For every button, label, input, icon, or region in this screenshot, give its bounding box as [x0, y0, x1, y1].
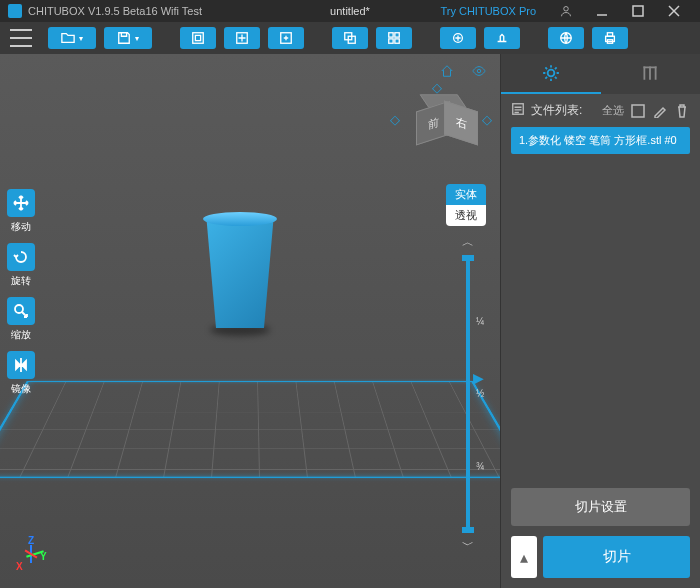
- move-tool[interactable]: 移动: [0, 184, 42, 238]
- viewport-3d[interactable]: 移动 旋转 缩放 镜像 前 右 ◇ ◇ ◇ 实体 透视 ︿: [0, 54, 500, 588]
- slider-up-icon[interactable]: ︿: [462, 234, 474, 251]
- menu-button[interactable]: [10, 29, 32, 47]
- svg-point-20: [15, 305, 23, 313]
- file-list-label: 文件列表:: [531, 102, 582, 119]
- slider-bottom-thumb[interactable]: [462, 527, 474, 533]
- svg-rect-11: [389, 33, 393, 37]
- visibility-icon[interactable]: [472, 64, 486, 82]
- svg-point-21: [477, 69, 481, 73]
- select-all-checkbox[interactable]: [630, 103, 646, 119]
- move-label: 移动: [11, 220, 31, 234]
- maximize-button[interactable]: [620, 0, 656, 22]
- model-object[interactable]: [200, 218, 280, 328]
- svg-rect-14: [395, 39, 399, 43]
- perspective-mode[interactable]: 透视: [446, 205, 486, 226]
- svg-point-22: [547, 70, 554, 77]
- island-detect-button[interactable]: [484, 27, 520, 49]
- repair-button[interactable]: [440, 27, 476, 49]
- rotate-tool[interactable]: 旋转: [0, 238, 42, 292]
- save-file-button[interactable]: [104, 27, 152, 49]
- svg-point-0: [564, 7, 569, 12]
- dig-hole-button[interactable]: [268, 27, 304, 49]
- rotate-label: 旋转: [11, 274, 31, 288]
- cube-rotate-right[interactable]: ◇: [482, 112, 492, 127]
- slice-button[interactable]: 切片: [543, 536, 690, 578]
- app-title: CHITUBOX V1.9.5 Beta16 Wifi Test: [28, 5, 202, 17]
- edit-file-icon[interactable]: [652, 103, 668, 119]
- cube-rotate-up[interactable]: ◇: [432, 80, 442, 95]
- open-file-button[interactable]: [48, 27, 96, 49]
- home-view-icon[interactable]: [440, 64, 454, 82]
- svg-rect-12: [395, 33, 399, 37]
- svg-rect-2: [633, 6, 643, 16]
- scale-tool[interactable]: 缩放: [0, 292, 42, 346]
- svg-rect-24: [632, 105, 644, 117]
- z-axis-label: Z: [28, 535, 34, 546]
- nav-cube[interactable]: 前 右: [416, 98, 466, 148]
- layer-slider[interactable]: ︿ ¼ ½ ¾ ▶ ﹀: [458, 234, 478, 554]
- file-item-name: 1.参数化 镂空 笔筒 方形框.stl #0: [519, 133, 677, 148]
- slider-top-thumb[interactable]: [462, 255, 474, 261]
- close-button[interactable]: [656, 0, 692, 22]
- account-icon[interactable]: [548, 0, 584, 22]
- file-item[interactable]: 1.参数化 镂空 笔筒 方形框.stl #0: [511, 127, 690, 154]
- tab-settings[interactable]: [501, 54, 601, 94]
- svg-rect-6: [195, 35, 200, 40]
- tab-supports[interactable]: [601, 54, 701, 94]
- layout-fill-button[interactable]: [180, 27, 216, 49]
- app-logo-icon: [8, 4, 22, 18]
- minimize-button[interactable]: [584, 0, 620, 22]
- scale-label: 缩放: [11, 328, 31, 342]
- network-send-button[interactable]: [548, 27, 584, 49]
- mirror-label: 镜像: [11, 382, 31, 396]
- svg-rect-5: [193, 33, 204, 44]
- slider-play-icon[interactable]: ▶: [473, 370, 484, 386]
- slice-settings-button[interactable]: 切片设置: [511, 488, 690, 526]
- document-title: untitled*: [330, 5, 370, 17]
- slider-down-icon[interactable]: ﹀: [462, 537, 474, 554]
- cube-rotate-left[interactable]: ◇: [390, 112, 400, 127]
- select-all-label[interactable]: 全选: [602, 103, 624, 118]
- printer-button[interactable]: [592, 27, 628, 49]
- x-axis-label: X: [16, 561, 23, 572]
- mirror-tool[interactable]: 镜像: [0, 346, 42, 400]
- solid-mode[interactable]: 实体: [446, 184, 486, 205]
- svg-rect-13: [389, 39, 393, 43]
- y-axis-label: Y: [40, 551, 47, 562]
- axis-gizmo: Z Y X: [14, 530, 58, 574]
- build-plate: [0, 381, 500, 478]
- svg-rect-18: [607, 33, 612, 37]
- render-mode-toggle[interactable]: 实体 透视: [446, 184, 486, 226]
- auto-layout-button[interactable]: [376, 27, 412, 49]
- file-list-icon: [511, 102, 525, 119]
- slice-dropdown-button[interactable]: ▴: [511, 536, 537, 578]
- hollow-button[interactable]: [224, 27, 260, 49]
- delete-file-icon[interactable]: [674, 103, 690, 119]
- try-pro-link[interactable]: Try CHITUBOX Pro: [440, 5, 536, 17]
- copy-button[interactable]: [332, 27, 368, 49]
